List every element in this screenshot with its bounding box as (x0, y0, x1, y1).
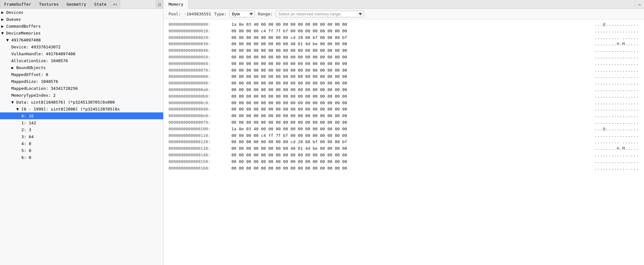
tree-item-item-5[interactable]: 5: 0 (0, 147, 163, 154)
hex-ascii: ......... ...... (595, 139, 639, 145)
tree-item-item-4[interactable]: 4: 0 (0, 140, 163, 147)
hex-row: 0000000000000120:00 00 00 00 00 00 00 00… (169, 139, 639, 145)
tab-state[interactable]: State (90, 0, 110, 8)
hex-bytes: 00 00 00 00 00 00 00 00 00 00 00 00 00 0… (231, 165, 588, 172)
memory-toolbar: Pool: -1049836591 Type: Byte Range: Sele… (164, 9, 644, 19)
tree-item-data[interactable]: ▼ Data: uint8[1048576] (*p3245130705[0x0… (0, 99, 163, 105)
tree-item-queues[interactable]: ▶ Queues (0, 16, 163, 23)
hex-address: 00000000000000d0: (169, 106, 231, 113)
hex-ascii: ................ (595, 28, 639, 35)
hex-ascii: ................ (595, 100, 639, 106)
hex-row: 0000000000000020:00 00 00 00 00 00 00 00… (169, 35, 639, 41)
tree-item-device[interactable]: Device: 493378143072 (0, 43, 163, 50)
hex-address: 00000000000000c0: (169, 100, 231, 106)
hex-row: 0000000000000140:00 00 00 00 00 00 00 00… (169, 152, 639, 159)
hex-bytes: 00 00 00 00 00 00 00 00 00 00 00 00 00 0… (231, 80, 588, 87)
tree-item-label: 1: 142 (21, 121, 36, 125)
hex-bytes: 00 00 00 00 00 00 00 00 00 00 00 00 00 0… (231, 119, 588, 126)
hex-ascii: ......... ...... (595, 35, 639, 41)
tab-framebuffer[interactable]: Framebuffer (0, 0, 35, 8)
hex-bytes: 00 00 00 00 00 00 00 00 00 00 00 00 00 0… (231, 113, 588, 119)
tree-item-item-0[interactable]: 0: 26 (0, 112, 163, 119)
tree-item-label: AllocationSize: 1048576 (11, 58, 68, 63)
hex-row: 0000000000000130:00 00 00 00 00 00 00 00… (169, 145, 639, 152)
hex-address: 00000000000000b0: (169, 93, 231, 100)
hex-address: 0000000000000020: (169, 35, 231, 41)
hex-row: 0000000000000000:1a 8e 03 40 00 00 00 00… (169, 21, 639, 28)
tree-item-item-1[interactable]: 1: 142 (0, 119, 163, 126)
tree-item-mappedoffset[interactable]: MappedOffset: 0 (0, 71, 163, 78)
tree-item-label: 6: 0 (21, 155, 31, 160)
hex-row: 0000000000000100:1a 8e 03 40 00 00 00 00… (169, 126, 639, 132)
hex-row: 0000000000000080:00 00 00 00 00 00 00 00… (169, 73, 639, 80)
tree-item-boundobjects[interactable]: ▶ BoundObjects (0, 64, 163, 71)
hex-bytes: 00 00 00 00 00 00 00 00 00 00 00 00 00 0… (231, 152, 588, 159)
tree-item-devices[interactable]: ▶ Devices (0, 9, 163, 16)
hex-bytes: 00 00 00 00 c4 ff 7f bf 00 00 00 00 00 0… (231, 132, 588, 139)
hex-ascii: ...@............ (595, 21, 639, 28)
hex-ascii: ........H.M..... (595, 145, 639, 152)
hex-address: 0000000000000110: (169, 132, 231, 139)
hex-address: 0000000000000150: (169, 159, 231, 165)
tab-geometry[interactable]: Geometry (63, 0, 91, 8)
tree-item-label: 0: 26 (21, 114, 34, 118)
tree-item-label: 4: 0 (21, 141, 31, 146)
tree-item-devicememories[interactable]: ▼ DeviceMemories (0, 30, 163, 36)
hex-ascii: ................ (595, 106, 639, 113)
hex-ascii: ................ (595, 165, 639, 172)
hex-row: 00000000000000b0:00 00 00 00 00 00 00 00… (169, 93, 639, 100)
tree-item-item-6[interactable]: 6: 0 (0, 154, 163, 161)
left-tab-bar: Framebuffer Textures Geometry State »₂ □ (0, 0, 163, 9)
hex-ascii: ...@............ (595, 126, 639, 132)
tree-item-label: MemoryTypeIndex: 2 (11, 93, 56, 98)
hex-bytes: 00 00 00 00 00 00 00 00 00 00 00 00 00 0… (231, 159, 588, 165)
expand-button[interactable]: □ (156, 0, 163, 8)
hex-address: 0000000000000060: (169, 61, 231, 67)
hex-row: 0000000000000110:00 00 00 00 c4 ff 7f bf… (169, 132, 639, 139)
tree-item-data-range[interactable]: ▼ [0 - 1999]: uint8[2000] (*p3245130705[… (0, 105, 163, 112)
hex-address: 00000000000000a0: (169, 87, 231, 93)
hex-address: 0000000000000050: (169, 54, 231, 61)
tree-item-mappedlocation[interactable]: MappedLocation: 34341728256 (0, 85, 163, 92)
hex-row: 0000000000000060:00 00 00 00 00 00 00 00… (169, 61, 639, 67)
hex-bytes: 00 00 00 00 00 00 00 00 cd 20 80 bf 00 0… (231, 35, 588, 41)
hex-bytes: 00 00 00 00 00 00 00 00 00 00 00 00 00 0… (231, 61, 588, 67)
hex-row: 0000000000000070:00 00 00 00 00 00 00 00… (169, 67, 639, 74)
hex-ascii: ................ (595, 159, 639, 165)
type-select[interactable]: Byte (230, 11, 255, 17)
hex-row: 0000000000000050:00 00 00 00 00 00 00 00… (169, 54, 639, 61)
hex-address: 0000000000000160: (169, 165, 231, 172)
hex-address: 0000000000000080: (169, 73, 231, 80)
tab-memory[interactable]: Memory (164, 0, 189, 9)
hex-ascii: ................ (595, 132, 639, 139)
hex-bytes: 1a 8e 03 40 00 00 00 00 00 00 00 00 00 0… (231, 126, 588, 132)
tree-item-item-2[interactable]: 2: 3 (0, 126, 163, 133)
tree-item-label: ▶ CommandBuffers (1, 24, 41, 29)
tab-overflow[interactable]: »₂ (110, 0, 120, 8)
range-select[interactable]: Select an observed memory range. (276, 11, 364, 17)
tree-item-memorytypeindex[interactable]: MemoryTypeIndex: 2 (0, 92, 163, 99)
type-label: Type: (214, 12, 226, 16)
pool-value: -1049836591 (184, 12, 211, 16)
hex-ascii: ................ (595, 152, 639, 159)
tree-item-item-3[interactable]: 3: 64 (0, 133, 163, 140)
minimize-button[interactable]: — (635, 0, 644, 8)
hex-ascii: ................ (595, 87, 639, 93)
hex-address: 0000000000000030: (169, 41, 231, 47)
hex-row: 00000000000000d0:00 00 00 00 00 00 00 00… (169, 106, 639, 113)
tree-item-mem-491764097408[interactable]: ▼ 491764097408 (0, 36, 163, 43)
tree-item-allocsize[interactable]: AllocationSize: 1048576 (0, 57, 163, 64)
hex-address: 0000000000000000: (169, 21, 231, 28)
hex-row: 00000000000000c0:00 00 00 00 00 00 00 00… (169, 100, 639, 106)
hex-bytes: 00 00 00 00 c4 ff 7f bf 00 00 00 00 00 0… (231, 28, 588, 35)
hex-ascii: ................ (595, 73, 639, 80)
pool-label: Pool: (169, 12, 181, 16)
tree-item-vulkanhandle[interactable]: VulkanHandle: 491764097408 (0, 50, 163, 57)
tree-item-label: ▼ DeviceMemories (1, 31, 41, 35)
tab-textures[interactable]: Textures (35, 0, 63, 8)
hex-bytes: 00 00 00 00 00 00 00 00 00 00 00 00 00 0… (231, 106, 588, 113)
right-tab-bar: Memory — (164, 0, 644, 9)
tree-item-commandbuffers[interactable]: ▶ CommandBuffers (0, 23, 163, 30)
hex-ascii: ........H.M..... (595, 41, 639, 47)
tree-item-mappedsize[interactable]: MappedSize: 1048576 (0, 78, 163, 85)
